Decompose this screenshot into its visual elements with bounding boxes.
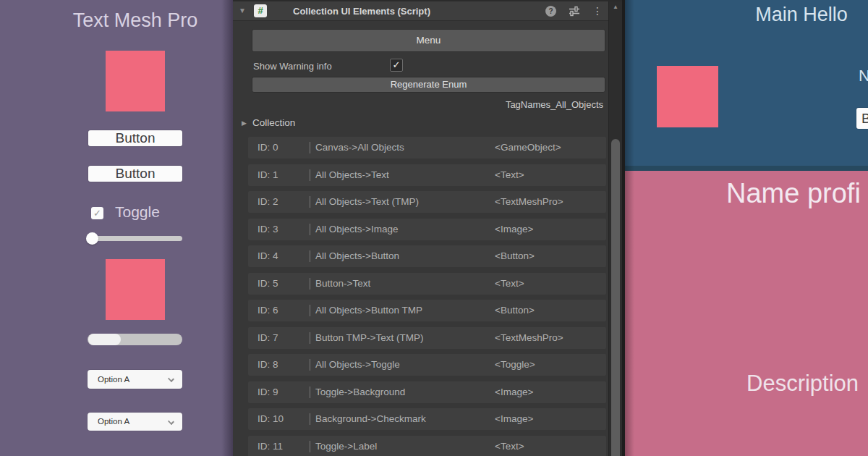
component-header[interactable]: ▼ # Collection UI Elements (Script) ? ⋮ [233, 1, 608, 21]
row-divider [310, 441, 310, 452]
row-type: <Button> [495, 305, 535, 316]
image-square [106, 259, 165, 320]
row-divider [310, 387, 310, 398]
row-id: ID: 10 [258, 413, 284, 424]
slider-handle[interactable] [86, 232, 98, 245]
collection-list-row: ID: 7 Button TMP->Text (TMP) <TextMeshPr… [248, 327, 606, 349]
row-type: <Image> [495, 413, 533, 424]
row-type: <TextMeshPro> [495, 332, 563, 343]
inspector-panel: ▼ # Collection UI Elements (Script) ? ⋮ … [233, 0, 622, 456]
show-warning-checkbox[interactable]: ✓ [390, 59, 403, 72]
ui-button-1[interactable]: Button [88, 130, 182, 146]
row-path: All Objects->Button TMP [315, 305, 422, 316]
name-profile-title: Name profi [726, 178, 861, 209]
collection-list: ID: 0 Canvas->All Objects <GameObject> I… [248, 137, 606, 456]
collection-list-row: ID: 8 All Objects->Toggle <Toggle> [248, 354, 606, 376]
row-divider [310, 332, 310, 344]
show-warning-label: Show Warning info [253, 61, 332, 72]
row-id: ID: 1 [258, 169, 278, 180]
component-title: Collection UI Elements (Script) [293, 1, 430, 21]
row-path: All Objects->Image [315, 224, 398, 235]
row-divider [310, 142, 310, 153]
tmp-title: Text Mesh Pro [38, 9, 233, 32]
presets-icon[interactable] [569, 6, 580, 19]
chevron-down-icon [168, 418, 174, 425]
row-path: Button->Text [315, 278, 370, 289]
row-path: Toggle->Label [315, 441, 377, 452]
row-type: <Image> [495, 224, 533, 235]
foldout-arrow-icon: ▶ [242, 119, 247, 127]
main-panel-blue: Main Hello N B [622, 0, 868, 166]
row-divider [310, 224, 310, 235]
help-icon[interactable]: ? [545, 6, 556, 17]
row-divider [310, 305, 310, 316]
dropdown-value: Option A [98, 413, 129, 431]
scrollbar-thumb[interactable] [88, 334, 121, 345]
row-id: ID: 11 [258, 441, 283, 452]
row-id: ID: 8 [258, 359, 278, 370]
toggle-checkbox[interactable]: ✓ [91, 207, 103, 219]
row-type: <Text> [495, 441, 524, 452]
chevron-down-icon [168, 376, 174, 382]
collection-list-row: ID: 5 Button->Text <Text> [248, 273, 606, 295]
kebab-menu-icon[interactable]: ⋮ [592, 4, 603, 18]
slider-track[interactable] [88, 236, 182, 241]
menu-button[interactable]: Menu [252, 29, 605, 52]
row-type: <Text> [495, 169, 524, 180]
toggle-label: Toggle [115, 203, 160, 221]
clipped-text: N [859, 67, 868, 85]
image-square [106, 51, 165, 111]
row-type: <GameObject> [495, 142, 561, 153]
scrollbar-thumb[interactable] [611, 139, 620, 456]
row-type: <Button> [495, 250, 535, 261]
image-square [657, 66, 718, 127]
collection-list-row: ID: 10 Background->Checkmark <Image> [248, 408, 606, 430]
row-divider [310, 413, 310, 425]
dropdown-2[interactable]: Option A [88, 413, 182, 431]
row-path: Toggle->Background [315, 387, 405, 397]
row-path: Button TMP->Text (TMP) [315, 332, 423, 343]
left-game-view: Text Mesh Pro Button Button ✓ Toggle Opt… [0, 0, 233, 456]
row-type: <Image> [495, 387, 533, 397]
ui-button-2[interactable]: Button [88, 166, 182, 182]
row-divider [310, 169, 310, 181]
clipped-button[interactable]: B [856, 108, 868, 129]
collection-list-row: ID: 11 Toggle->Label <Text> [248, 436, 606, 456]
row-path: All Objects->Toggle [315, 359, 400, 370]
collection-list-row: ID: 3 All Objects->Image <Image> [248, 219, 606, 240]
row-id: ID: 2 [258, 196, 278, 207]
collection-list-row: ID: 2 All Objects->Text (TMP) <TextMeshP… [248, 191, 606, 213]
profile-panel-pink: Name profi Description [622, 171, 868, 456]
horizontal-scrollbar[interactable] [88, 334, 182, 345]
row-divider [310, 278, 310, 290]
collection-foldout-label: Collection [252, 117, 295, 128]
row-id: ID: 4 [258, 250, 278, 261]
panel-edge-shadow [221, 0, 233, 456]
row-id: ID: 7 [258, 332, 278, 343]
collection-list-row: ID: 6 All Objects->Button TMP <Button> [248, 300, 606, 321]
collection-list-row: ID: 1 All Objects->Text <Text> [248, 164, 606, 186]
tagnames-label: TagNames_All_Objects [233, 99, 603, 110]
row-id: ID: 9 [258, 387, 278, 397]
dropdown-1[interactable]: Option A [88, 370, 182, 389]
row-path: All Objects->Button [315, 250, 399, 261]
description-label: Description [746, 371, 859, 397]
row-path: All Objects->Text [315, 169, 389, 180]
row-path: Canvas->All Objects [315, 142, 404, 153]
vertical-scrollbar[interactable]: ▲ [608, 1, 622, 456]
scroll-up-arrow-icon[interactable]: ▲ [609, 4, 622, 10]
row-divider [310, 359, 310, 371]
foldout-arrow-icon[interactable]: ▼ [239, 7, 246, 14]
row-divider [310, 196, 310, 208]
row-type: <Toggle> [495, 359, 535, 370]
row-id: ID: 5 [258, 278, 278, 289]
collection-list-row: ID: 0 Canvas->All Objects <GameObject> [248, 137, 606, 159]
right-game-view: Main Hello N B Name profi Description [622, 0, 868, 456]
script-icon: # [254, 4, 267, 17]
row-id: ID: 3 [258, 224, 278, 235]
main-hello-title: Main Hello [705, 4, 868, 26]
regenerate-enum-button[interactable]: Regenerate Enum [252, 77, 605, 93]
row-id: ID: 6 [258, 305, 278, 316]
panel-edge-shadow [625, 0, 634, 456]
row-path: All Objects->Text (TMP) [315, 196, 419, 207]
